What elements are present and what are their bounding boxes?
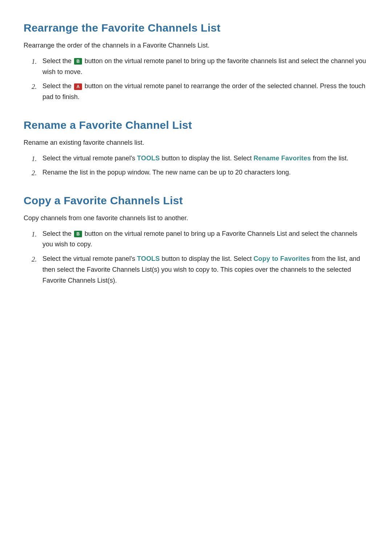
heading-copy: Copy a Favorite Channels List: [24, 194, 368, 207]
step-text: button on the virtual remote panel to re…: [42, 82, 366, 100]
step-text: Select the: [42, 230, 73, 237]
step-text: button on the virtual remote panel to br…: [42, 230, 358, 248]
keyword-rename-favorites: Rename Favorites: [253, 155, 311, 162]
section-rearrange: Rearrange the Favorite Channels List Rea…: [24, 22, 368, 103]
steps-copy: Select the B button on the virtual remot…: [24, 229, 368, 286]
step-text: from the list.: [311, 155, 348, 162]
step-text: Select the: [42, 57, 73, 65]
keyword-tools: TOOLS: [137, 155, 160, 162]
step-text: Rename the list in the popup window. The…: [42, 169, 291, 176]
keyword-tools: TOOLS: [137, 255, 160, 262]
steps-rearrange: Select the B button on the virtual remot…: [24, 56, 368, 103]
remote-button-b-icon: B: [74, 58, 82, 65]
step-text: button to display the list. Select: [160, 155, 253, 162]
step: Select the virtual remote panel's TOOLS …: [32, 254, 368, 286]
document-page: Rearrange the Favorite Channels List Rea…: [0, 0, 392, 554]
intro-rearrange: Rearrange the order of the channels in a…: [24, 41, 368, 51]
steps-rename: Select the virtual remote panel's TOOLS …: [24, 153, 368, 178]
step: Select the B button on the virtual remot…: [32, 56, 368, 77]
step: Select the virtual remote panel's TOOLS …: [32, 153, 368, 164]
intro-copy: Copy channels from one favorite channels…: [24, 213, 368, 223]
intro-rename: Rename an existing favorite channels lis…: [24, 138, 368, 148]
step-text: Select the virtual remote panel's: [42, 155, 137, 162]
section-copy: Copy a Favorite Channels List Copy chann…: [24, 194, 368, 286]
step-text: Select the virtual remote panel's: [42, 255, 137, 262]
step: Select the A button on the virtual remot…: [32, 81, 368, 102]
section-rename: Rename a Favorite Channel List Rename an…: [24, 119, 368, 178]
heading-rename: Rename a Favorite Channel List: [24, 119, 368, 131]
step-text: button on the virtual remote panel to br…: [42, 57, 366, 75]
remote-button-a-icon: A: [74, 83, 82, 90]
heading-rearrange: Rearrange the Favorite Channels List: [24, 22, 368, 34]
step-text: button to display the list. Select: [160, 255, 253, 262]
step-text: Select the: [42, 82, 73, 90]
remote-button-b-icon: B: [74, 231, 82, 237]
keyword-copy-to-favorites: Copy to Favorites: [253, 255, 310, 262]
step: Select the B button on the virtual remot…: [32, 229, 368, 250]
step: Rename the list in the popup window. The…: [32, 167, 368, 178]
